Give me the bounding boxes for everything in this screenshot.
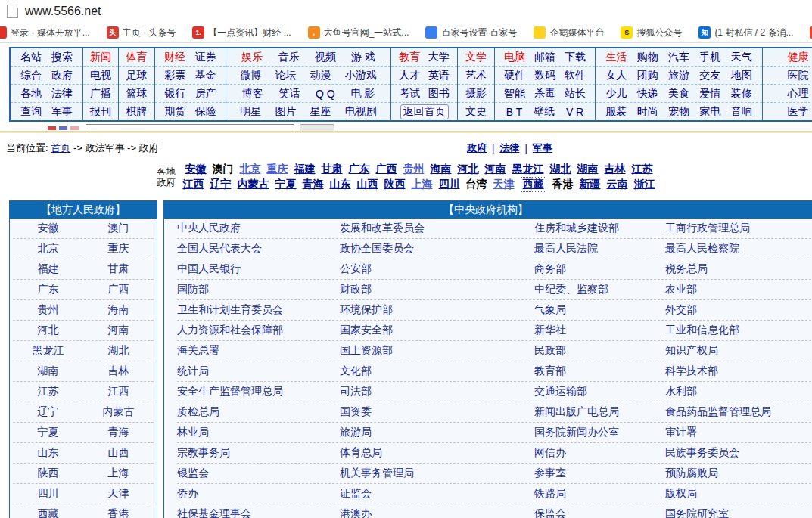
agency-link[interactable]: 公安部	[340, 262, 534, 276]
nav-link[interactable]: 电 影	[350, 87, 375, 101]
agency-link[interactable]: 新闻出版广电总局	[534, 405, 665, 419]
nav-link[interactable]: 法律	[51, 87, 73, 101]
agency-link[interactable]: 最高人民检察院	[665, 242, 812, 256]
agency-link[interactable]: 知识产权局	[665, 344, 812, 358]
nav-link[interactable]: 证券	[195, 51, 216, 64]
region-link[interactable]: 广东	[349, 163, 370, 176]
nav-link[interactable]: 房产	[195, 87, 216, 101]
nav-link[interactable]: 微博	[240, 69, 261, 82]
agency-link[interactable]: 教育部	[534, 364, 665, 378]
agency-link[interactable]: 参事室	[534, 467, 665, 480]
nav-link[interactable]: 动漫	[310, 69, 331, 82]
agency-link[interactable]: 统计局	[177, 364, 340, 378]
region-link[interactable]: 河南	[485, 163, 506, 176]
agency-link[interactable]: 网信办	[534, 446, 665, 460]
agency-link[interactable]: 人力资源和社会保障部	[177, 324, 340, 337]
agency-link[interactable]: 预防腐败局	[665, 467, 812, 480]
province-link[interactable]: 山西	[83, 446, 154, 460]
nav-link[interactable]: 图书	[428, 87, 450, 101]
agency-link[interactable]: 审计署	[665, 426, 812, 439]
region-link[interactable]: 海南	[431, 163, 452, 176]
quick-link[interactable]: 政府	[467, 142, 487, 154]
nav-link[interactable]: 爱情	[699, 87, 720, 101]
nav-link[interactable]: 汽车	[668, 51, 689, 64]
agency-link[interactable]: 国务院新闻办公室	[534, 426, 665, 439]
nav-link[interactable]: Q Q	[316, 88, 335, 100]
nav-link[interactable]: 女人	[605, 69, 627, 82]
bookmark-item[interactable]: 百家号设置-百家号	[425, 26, 517, 39]
agency-link[interactable]: 体育总局	[340, 446, 534, 460]
address-bar[interactable]: www.5566.net	[0, 0, 812, 23]
nav-link[interactable]: 各地	[20, 87, 42, 101]
nav-link[interactable]: 图片	[275, 105, 296, 119]
nav-link[interactable]: 电脑	[504, 51, 525, 64]
agency-link[interactable]: 工业和信息化部	[665, 324, 812, 337]
nav-link[interactable]: 游 戏	[351, 51, 375, 64]
province-link[interactable]: 西藏	[13, 507, 83, 518]
bookmark-item[interactable]: 登录 - 媒体开放平...	[0, 26, 90, 39]
nav-link[interactable]: 医学	[788, 105, 809, 119]
region-link[interactable]: 青海	[303, 178, 324, 191]
nav-link[interactable]: 购物	[637, 51, 658, 64]
address-url[interactable]: www.5566.net	[25, 5, 101, 18]
nav-link[interactable]: 博客	[242, 87, 263, 101]
agency-link[interactable]: 税务总局	[665, 262, 812, 276]
nav-link[interactable]: 教育	[399, 51, 420, 64]
agency-link[interactable]: 食品药品监督管理总局	[665, 405, 812, 419]
agency-link[interactable]: 文化部	[340, 364, 534, 378]
nav-link[interactable]: 小游戏	[345, 69, 377, 82]
nav-link[interactable]: 家电	[699, 105, 720, 119]
bookmark-item[interactable]: S搜狐公众号	[621, 26, 682, 39]
province-link[interactable]: 内蒙古	[83, 405, 154, 419]
nav-link[interactable]: 星座	[310, 105, 331, 119]
nav-link[interactable]: 论坛	[275, 69, 296, 82]
agency-link[interactable]: 质检总局	[177, 405, 340, 419]
province-link[interactable]: 海南	[83, 303, 154, 317]
nav-link[interactable]: 音响	[731, 105, 752, 119]
province-link[interactable]: 陕西	[13, 467, 83, 480]
agency-link[interactable]: 新华社	[534, 324, 665, 337]
nav-link[interactable]: 交友	[699, 69, 720, 82]
nav-link[interactable]: 文学	[465, 51, 487, 64]
agency-link[interactable]: 卫生和计划生育委员会	[177, 303, 340, 317]
agency-link[interactable]: 证监会	[340, 487, 534, 501]
agency-link[interactable]: 环境保护部	[340, 303, 534, 317]
nav-link[interactable]: 视频	[315, 51, 336, 64]
agency-link[interactable]: 发展和改革委员会	[340, 222, 534, 235]
province-link[interactable]: 广西	[83, 283, 154, 296]
region-link[interactable]: 广西	[376, 163, 397, 176]
region-link[interactable]: 贵州	[403, 163, 425, 176]
nav-link[interactable]: 基金	[195, 69, 216, 82]
region-link[interactable]: 四川	[439, 178, 460, 191]
region-link[interactable]: 北京	[240, 163, 261, 176]
nav-link[interactable]: 人才	[399, 69, 420, 82]
province-link[interactable]: 湖北	[83, 344, 154, 358]
agency-link[interactable]: 外交部	[665, 303, 812, 317]
nav-link[interactable]: 体育	[126, 51, 148, 64]
nav-link[interactable]: 笑话	[278, 87, 300, 101]
region-link[interactable]: 陕西	[384, 178, 406, 191]
province-link[interactable]: 澳门	[83, 222, 154, 235]
agency-link[interactable]: 海关总署	[177, 344, 340, 358]
province-link[interactable]: 上海	[83, 467, 154, 480]
nav-link[interactable]: 名站	[20, 51, 42, 64]
region-link[interactable]: 浙江	[634, 178, 655, 191]
nav-link[interactable]: 返回首页	[400, 104, 449, 119]
province-link[interactable]: 甘肃	[83, 262, 154, 276]
nav-link[interactable]: 保险	[195, 105, 216, 119]
agency-link[interactable]: 铁路局	[534, 487, 665, 501]
bookmark-item[interactable]: 1.【一点资讯】财经 ...	[192, 26, 291, 39]
nav-link[interactable]: 文史	[465, 105, 487, 119]
nav-link[interactable]: 宠物	[668, 105, 689, 119]
region-link[interactable]: 内蒙古	[238, 178, 269, 191]
region-link[interactable]: 澳门	[213, 163, 234, 176]
agency-link[interactable]: 财政部	[340, 283, 534, 296]
agency-link[interactable]: 安全生产监督管理总局	[177, 385, 340, 399]
agency-link[interactable]: 民族事务委员会	[665, 446, 812, 460]
province-link[interactable]: 天津	[83, 487, 154, 501]
agency-link[interactable]: 国务院研究室	[665, 507, 812, 518]
agency-link[interactable]: 农业部	[665, 283, 812, 296]
nav-link[interactable]: 壁纸	[534, 105, 555, 119]
nav-link[interactable]: 广播	[90, 87, 111, 101]
agency-link[interactable]: 港澳办	[340, 507, 534, 518]
